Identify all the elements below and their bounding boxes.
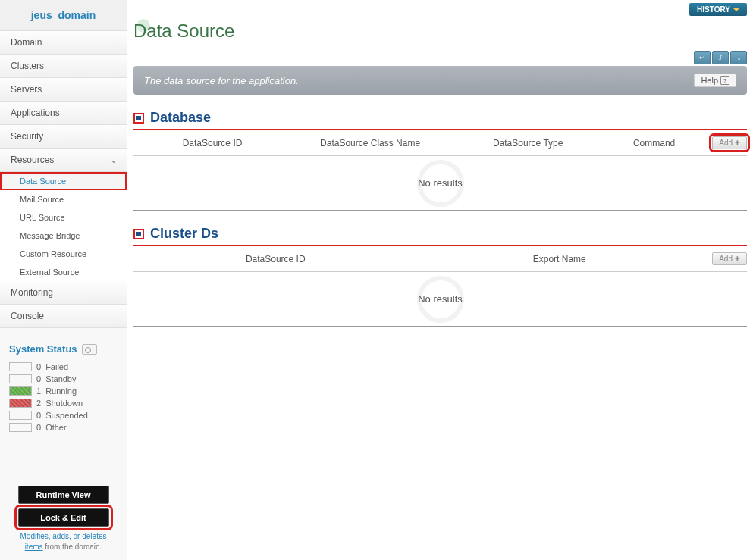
col-datasource-class: DataSource Class Name xyxy=(291,138,449,149)
domain-header[interactable]: jeus_domain xyxy=(0,0,127,31)
topbar: HISTORY xyxy=(133,0,747,19)
runtime-view-button[interactable]: Runtime View xyxy=(18,486,109,504)
status-shutdown: 2Shutdown xyxy=(9,397,118,409)
system-status: System Status 0Failed 0Standby 1Running … xyxy=(0,337,127,440)
bottom-buttons: Runtime View Lock & Edit Modifies, adds,… xyxy=(0,478,127,560)
status-standby: 0Standby xyxy=(9,373,118,385)
nav-url-source[interactable]: URL Source xyxy=(0,208,127,227)
section-icon xyxy=(133,229,144,239)
desc-text: The data source for the application. xyxy=(144,75,299,86)
status-running: 1Running xyxy=(9,385,118,397)
sidebar: jeus_domain Domain Clusters Servers Appl… xyxy=(0,0,127,560)
nav-mail-source[interactable]: Mail Source xyxy=(0,190,127,208)
xml-import-icon[interactable]: ⤵ xyxy=(730,51,747,64)
database-table-header: DataSource ID DataSource Class Name Data… xyxy=(133,130,747,156)
status-failed: 0Failed xyxy=(9,361,118,373)
nav-custom-resource[interactable]: Custom Resource xyxy=(0,245,127,263)
lock-edit-button[interactable]: Lock & Edit xyxy=(18,508,109,527)
database-no-results: No results xyxy=(133,156,747,211)
nav-clusters[interactable]: Clusters xyxy=(0,55,127,78)
xml-export-icon[interactable]: ⤴ xyxy=(712,51,729,64)
nav-console[interactable]: Console xyxy=(0,305,127,328)
page-title: Data Source xyxy=(133,19,747,49)
status-suspended: 0Suspended xyxy=(9,409,118,421)
history-button[interactable]: HISTORY xyxy=(689,3,747,16)
cluster-add-button[interactable]: Add xyxy=(712,252,747,265)
nav-monitoring[interactable]: Monitoring xyxy=(0,281,127,305)
nav-applications[interactable]: Applications xyxy=(0,102,127,125)
toolbar-icons: ↩ ⤴ ⤵ xyxy=(133,49,747,66)
col-export-name: Export Name xyxy=(418,254,702,264)
status-gauge-icon xyxy=(82,344,97,355)
col-cluster-datasource-id: DataSource ID xyxy=(133,254,418,264)
cluster-table-header: DataSource ID Export Name Add xyxy=(133,246,747,272)
nav-external-source[interactable]: External Source xyxy=(0,263,127,281)
section-cluster-ds: Cluster Ds DataSource ID Export Name Add… xyxy=(133,226,747,327)
status-other: 0Other xyxy=(9,421,118,433)
nav-domain[interactable]: Domain xyxy=(0,31,127,55)
nav-message-bridge[interactable]: Message Bridge xyxy=(0,227,127,245)
nav-security[interactable]: Security xyxy=(0,125,127,149)
col-command: Command xyxy=(607,138,701,149)
desc-bar: The data source for the application. Hel… xyxy=(133,66,747,95)
cluster-no-results: No results xyxy=(133,272,747,327)
nav-resources[interactable]: Resources xyxy=(0,149,127,172)
nav-servers[interactable]: Servers xyxy=(0,78,127,102)
section-database: Database DataSource ID DataSource Class … xyxy=(133,110,747,211)
help-button[interactable]: Help xyxy=(694,74,736,87)
main: HISTORY Data Source ↩ ⤴ ⤵ The data sourc… xyxy=(127,0,753,560)
system-status-title: System Status xyxy=(9,343,77,355)
back-icon[interactable]: ↩ xyxy=(694,51,711,64)
col-datasource-type: DataSource Type xyxy=(449,138,607,149)
bottom-desc: Modifies, adds, or deletes items from th… xyxy=(8,531,119,552)
section-icon xyxy=(133,113,144,124)
cluster-title: Cluster Ds xyxy=(150,226,218,242)
database-add-button[interactable]: Add xyxy=(712,136,747,149)
nav-data-source[interactable]: Data Source xyxy=(0,172,127,190)
database-title: Database xyxy=(150,110,211,126)
col-datasource-id: DataSource ID xyxy=(133,138,291,149)
